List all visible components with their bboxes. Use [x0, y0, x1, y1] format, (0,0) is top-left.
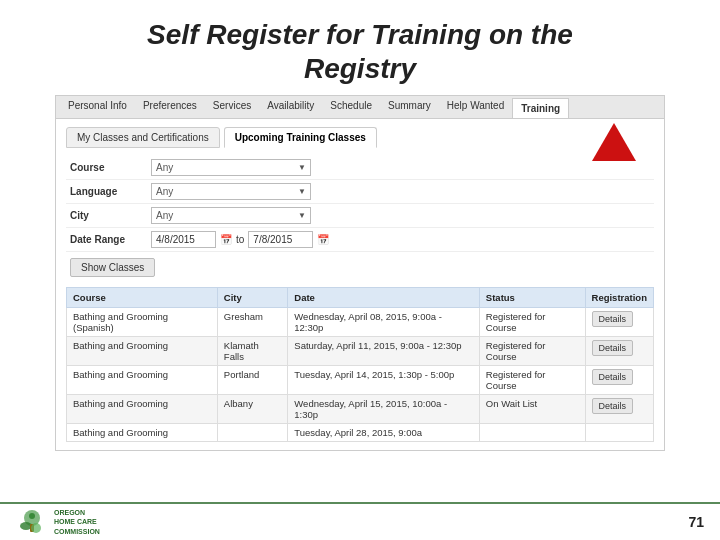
cell-city — [217, 424, 287, 442]
table-row: Bathing and GroomingPortlandTuesday, Apr… — [67, 366, 654, 395]
logo-text: OREGON HOME CARE COMMISSION — [54, 508, 100, 535]
page-number: 71 — [688, 514, 704, 530]
show-classes-button[interactable]: Show Classes — [70, 258, 155, 277]
title-line1: Self Register for Training on the — [147, 19, 573, 50]
table-header-row: Course City Date Status Registration — [67, 288, 654, 308]
subtab-upcoming[interactable]: Upcoming Training Classes — [224, 127, 377, 148]
date-to-calendar-icon[interactable]: 📅 — [317, 234, 329, 245]
tab-training[interactable]: Training — [512, 98, 569, 118]
course-dropdown[interactable]: Any ▼ — [151, 159, 311, 176]
cell-registration: Details — [585, 308, 653, 337]
logo-icon — [16, 506, 48, 538]
col-registration: Registration — [585, 288, 653, 308]
cell-city: Klamath Falls — [217, 337, 287, 366]
cell-course: Bathing and Grooming — [67, 424, 218, 442]
logo-line2: HOME CARE — [54, 517, 100, 526]
tab-services[interactable]: Services — [205, 96, 259, 118]
cell-date: Wednesday, April 08, 2015, 9:00a - 12:30… — [288, 308, 480, 337]
date-from-calendar-icon[interactable]: 📅 — [220, 234, 232, 245]
nav-tabs: Personal Info Preferences Services Avail… — [56, 96, 664, 119]
date-to-input[interactable]: 7/8/2015 — [248, 231, 313, 248]
cell-course: Bathing and Grooming — [67, 395, 218, 424]
details-button[interactable]: Details — [592, 398, 634, 414]
table-row: Bathing and GroomingAlbanyWednesday, Apr… — [67, 395, 654, 424]
logo-line1: OREGON — [54, 508, 100, 517]
cell-date: Tuesday, April 14, 2015, 1:30p - 5:00p — [288, 366, 480, 395]
city-control: Any ▼ — [151, 207, 654, 224]
date-from-input[interactable]: 4/8/2015 — [151, 231, 216, 248]
svg-marker-0 — [592, 123, 636, 161]
cell-status — [479, 424, 585, 442]
logo-line3: COMMISSION — [54, 527, 100, 536]
svg-point-5 — [29, 513, 35, 519]
language-value: Any — [156, 186, 173, 197]
details-button[interactable]: Details — [592, 340, 634, 356]
col-city: City — [217, 288, 287, 308]
course-control: Any ▼ — [151, 159, 654, 176]
table-row: Bathing and GroomingKlamath FallsSaturda… — [67, 337, 654, 366]
col-date: Date — [288, 288, 480, 308]
cell-date: Wednesday, April 15, 2015, 10:00a - 1:30… — [288, 395, 480, 424]
tab-summary[interactable]: Summary — [380, 96, 439, 118]
city-label: City — [66, 210, 151, 221]
tab-schedule[interactable]: Schedule — [322, 96, 380, 118]
svg-point-4 — [31, 523, 41, 533]
date-range-to: to — [236, 234, 244, 245]
tab-help-wanted[interactable]: Help Wanted — [439, 96, 512, 118]
details-button[interactable]: Details — [592, 369, 634, 385]
table-row: Bathing and Grooming (Spanish)GreshamWed… — [67, 308, 654, 337]
course-label: Course — [66, 162, 151, 173]
logo-area: OREGON HOME CARE COMMISSION — [16, 506, 100, 538]
details-button[interactable]: Details — [592, 311, 634, 327]
cell-status: On Wait List — [479, 395, 585, 424]
cell-registration: Details — [585, 395, 653, 424]
date-range-label: Date Range — [66, 234, 151, 245]
city-value: Any — [156, 210, 173, 221]
cell-course: Bathing and Grooming — [67, 337, 218, 366]
title-line2: Registry — [304, 53, 416, 84]
cell-course: Bathing and Grooming — [67, 366, 218, 395]
cell-course: Bathing and Grooming (Spanish) — [67, 308, 218, 337]
bottom-bar: OREGON HOME CARE COMMISSION 71 — [0, 502, 720, 540]
cell-date: Tuesday, April 28, 2015, 9:00a — [288, 424, 480, 442]
city-dropdown[interactable]: Any ▼ — [151, 207, 311, 224]
language-dropdown-arrow: ▼ — [298, 187, 306, 196]
tab-personal-info[interactable]: Personal Info — [60, 96, 135, 118]
language-control: Any ▼ — [151, 183, 654, 200]
results-table: Course City Date Status Registration Bat… — [66, 287, 654, 442]
col-status: Status — [479, 288, 585, 308]
cell-city: Albany — [217, 395, 287, 424]
cell-status: Registered for Course — [479, 337, 585, 366]
language-dropdown[interactable]: Any ▼ — [151, 183, 311, 200]
cell-date: Saturday, April 11, 2015, 9:00a - 12:30p — [288, 337, 480, 366]
cell-registration — [585, 424, 653, 442]
date-range-row: Date Range 4/8/2015 📅 to 7/8/2015 📅 — [66, 228, 654, 252]
page-title: Self Register for Training on the Regist… — [0, 0, 720, 95]
language-row: Language Any ▼ — [66, 180, 654, 204]
filter-form: Course Any ▼ Language Any ▼ — [66, 156, 654, 252]
course-row: Course Any ▼ — [66, 156, 654, 180]
subtab-my-classes[interactable]: My Classes and Certifications — [66, 127, 220, 148]
city-row: City Any ▼ — [66, 204, 654, 228]
cell-registration: Details — [585, 337, 653, 366]
tab-availability[interactable]: Availability — [259, 96, 322, 118]
course-value: Any — [156, 162, 173, 173]
arrow-indicator — [592, 123, 636, 163]
registry-panel: Personal Info Preferences Services Avail… — [55, 95, 665, 451]
tab-preferences[interactable]: Preferences — [135, 96, 205, 118]
course-dropdown-arrow: ▼ — [298, 163, 306, 172]
date-range-control: 4/8/2015 📅 to 7/8/2015 📅 — [151, 231, 654, 248]
language-label: Language — [66, 186, 151, 197]
cell-status: Registered for Course — [479, 366, 585, 395]
col-course: Course — [67, 288, 218, 308]
content-area: My Classes and Certifications Upcoming T… — [56, 119, 664, 450]
cell-registration: Details — [585, 366, 653, 395]
table-row: Bathing and GroomingTuesday, April 28, 2… — [67, 424, 654, 442]
cell-status: Registered for Course — [479, 308, 585, 337]
city-dropdown-arrow: ▼ — [298, 211, 306, 220]
cell-city: Gresham — [217, 308, 287, 337]
cell-city: Portland — [217, 366, 287, 395]
sub-tabs: My Classes and Certifications Upcoming T… — [66, 127, 654, 148]
